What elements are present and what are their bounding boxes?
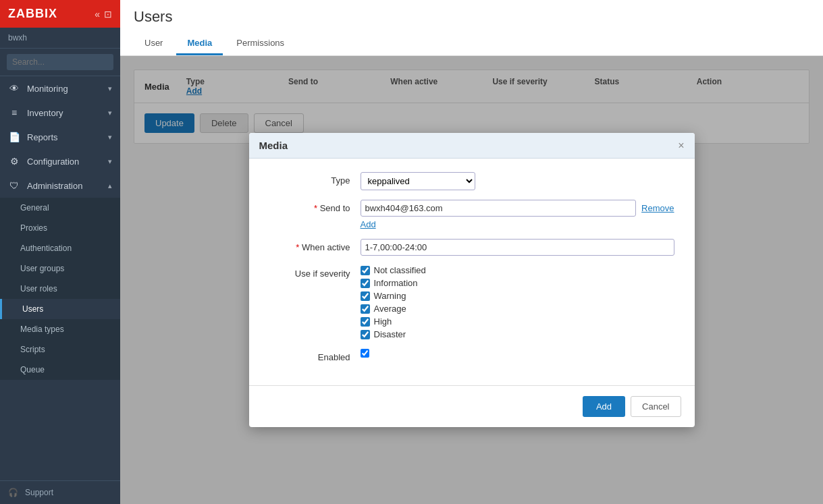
modal-overlay: Media × Type keppalived Email SMS xyxy=(120,56,823,504)
admin-submenu: General Proxies Authentication User grou… xyxy=(0,198,120,380)
administration-icon: 🛡 xyxy=(8,180,20,191)
sidebar-item-inventory-label: Inventory xyxy=(27,108,101,118)
enabled-checkbox[interactable] xyxy=(361,349,369,358)
sidebar-item-user-roles[interactable]: User roles xyxy=(0,279,120,299)
modal-body: Type keppalived Email SMS Send to xyxy=(249,159,695,385)
administration-arrow: ▴ xyxy=(108,181,112,190)
severity-information-label: Information xyxy=(374,278,418,288)
sidebar-item-media-types[interactable]: Media types xyxy=(0,319,120,339)
checkbox-information[interactable] xyxy=(361,279,370,288)
severity-disaster: Disaster xyxy=(361,329,674,339)
page-header: Users User Media Permissions xyxy=(120,0,823,56)
form-row-send-to: Send to Remove Add xyxy=(269,200,674,229)
severity-information: Information xyxy=(361,278,674,288)
severity-high: High xyxy=(361,316,674,327)
sidebar-item-administration[interactable]: 🛡 Administration ▴ xyxy=(0,173,120,198)
form-row-enabled: Enabled xyxy=(269,349,674,362)
sidebar-item-authentication[interactable]: Authentication xyxy=(0,238,120,258)
checkbox-not-classified[interactable] xyxy=(361,266,370,275)
collapse-icon[interactable]: « xyxy=(95,9,100,20)
send-to-control: Remove Add xyxy=(361,200,674,229)
modal-header: Media × xyxy=(249,133,695,159)
sidebar-item-inventory[interactable]: ≡ Inventory ▾ xyxy=(0,101,120,125)
reports-arrow: ▾ xyxy=(108,133,112,142)
add-send-to-link[interactable]: Add xyxy=(361,219,674,229)
monitoring-arrow: ▾ xyxy=(108,84,112,93)
checkbox-high[interactable] xyxy=(361,317,370,327)
configuration-arrow: ▾ xyxy=(108,157,112,166)
sidebar-item-reports-label: Reports xyxy=(27,132,101,142)
sidebar-item-general[interactable]: General xyxy=(0,198,120,218)
support-icon: 🎧 xyxy=(8,488,18,497)
checkbox-warning[interactable] xyxy=(361,291,370,301)
inventory-icon: ≡ xyxy=(8,107,20,118)
sidebar-item-user-groups[interactable]: User groups xyxy=(0,258,120,279)
support-item[interactable]: 🎧 Support xyxy=(0,480,120,504)
reports-icon: 📄 xyxy=(8,132,20,142)
severity-not-classified: Not classified xyxy=(361,265,674,275)
type-label: Type xyxy=(269,172,350,186)
modal-title: Media xyxy=(259,140,288,151)
modal-add-button[interactable]: Add xyxy=(583,396,625,417)
form-row-severity: Use if severity Not classified Informati… xyxy=(269,265,674,339)
sidebar-item-configuration[interactable]: ⚙ Configuration ▾ xyxy=(0,149,120,173)
modal-cancel-button[interactable]: Cancel xyxy=(631,396,681,417)
monitoring-icon: 👁 xyxy=(8,83,20,94)
logo-icons: « ⊡ xyxy=(95,9,112,20)
severity-disaster-label: Disaster xyxy=(374,329,406,339)
severity-high-label: High xyxy=(374,316,392,327)
enabled-label: Enabled xyxy=(269,349,350,362)
remove-link[interactable]: Remove xyxy=(641,203,674,213)
checkbox-average[interactable] xyxy=(361,304,370,314)
severity-not-classified-label: Not classified xyxy=(374,265,426,275)
severity-warning: Warning xyxy=(361,291,674,301)
sidebar-item-administration-label: Administration xyxy=(27,181,101,191)
sidebar-item-scripts[interactable]: Scripts xyxy=(0,339,120,360)
search-bar xyxy=(0,49,120,76)
media-modal: Media × Type keppalived Email SMS xyxy=(249,133,695,427)
form-row-type: Type keppalived Email SMS xyxy=(269,172,674,190)
tab-user[interactable]: User xyxy=(134,32,174,55)
sidebar-item-monitoring[interactable]: 👁 Monitoring ▾ xyxy=(0,76,120,101)
configuration-icon: ⚙ xyxy=(8,156,20,167)
sidebar-item-reports[interactable]: 📄 Reports ▾ xyxy=(0,125,120,149)
send-to-label: Send to xyxy=(269,200,350,213)
send-to-input[interactable] xyxy=(361,200,637,217)
sidebar-item-proxies[interactable]: Proxies xyxy=(0,218,120,238)
sidebar-item-monitoring-label: Monitoring xyxy=(27,84,101,94)
modal-footer: Add Cancel xyxy=(249,385,695,427)
checkbox-disaster[interactable] xyxy=(361,330,370,339)
main-content: Users User Media Permissions Media Type … xyxy=(120,0,823,504)
when-active-input[interactable] xyxy=(361,239,674,256)
page-title: Users xyxy=(134,8,809,26)
severity-average: Average xyxy=(361,304,674,314)
tab-bar: User Media Permissions xyxy=(134,32,809,55)
user-bar: bwxh xyxy=(0,28,120,49)
severity-label: Use if severity xyxy=(269,265,350,279)
form-row-when-active: When active xyxy=(269,239,674,256)
when-active-label: When active xyxy=(269,239,350,252)
support-label: Support xyxy=(25,488,53,497)
severity-warning-label: Warning xyxy=(374,291,406,301)
tab-media[interactable]: Media xyxy=(176,32,223,55)
inventory-arrow: ▾ xyxy=(108,109,112,117)
send-to-container: Remove xyxy=(361,200,674,217)
logo-bar: ZABBIX « ⊡ xyxy=(0,0,120,28)
modal-close-button[interactable]: × xyxy=(678,140,684,151)
severity-list: Not classified Information Warning xyxy=(361,265,674,339)
sidebar-item-configuration-label: Configuration xyxy=(27,157,101,167)
enabled-control xyxy=(361,349,674,360)
logo: ZABBIX xyxy=(8,7,57,21)
tab-permissions[interactable]: Permissions xyxy=(225,32,295,55)
type-control: keppalived Email SMS xyxy=(361,172,674,190)
search-input[interactable] xyxy=(7,54,113,70)
sidebar-item-users[interactable]: Users xyxy=(0,299,120,319)
content-area: Media Type Add Send to When active Use i… xyxy=(120,56,823,504)
expand-icon[interactable]: ⊡ xyxy=(104,9,112,20)
sidebar-item-queue[interactable]: Queue xyxy=(0,360,120,380)
when-active-control xyxy=(361,239,674,256)
type-select[interactable]: keppalived Email SMS xyxy=(361,172,475,190)
username-label: bwxh xyxy=(8,33,27,43)
severity-average-label: Average xyxy=(374,304,406,314)
severity-control: Not classified Information Warning xyxy=(361,265,674,339)
